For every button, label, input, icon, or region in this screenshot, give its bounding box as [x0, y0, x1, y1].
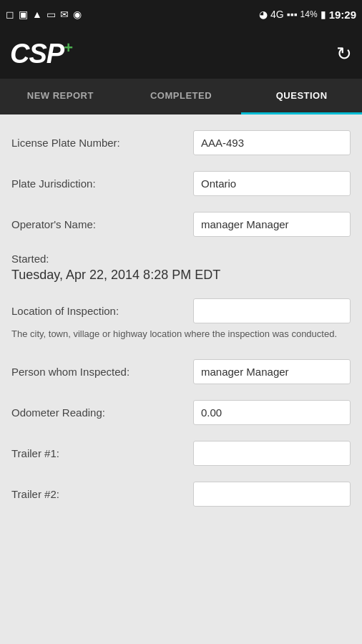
location-row: Location of Inspection: — [11, 298, 351, 323]
license-plate-label: License Plate Number: — [11, 137, 120, 149]
odometer-input[interactable] — [193, 400, 351, 425]
logo-plus: + — [64, 39, 72, 57]
operator-name-label: Operator's Name: — [11, 218, 96, 230]
started-value: Tuesday, Apr 22, 2014 8:28 PM EDT — [11, 268, 351, 283]
operator-name-input[interactable] — [193, 212, 351, 237]
started-section: Started: Tuesday, Apr 22, 2014 8:28 PM E… — [0, 245, 362, 291]
operator-name-row: Operator's Name: — [0, 205, 362, 244]
trailer2-row: Trailer #2: — [0, 474, 362, 514]
app-header: CSP+ ↻ — [0, 29, 362, 79]
tab-completed[interactable]: COMPLETED — [121, 79, 242, 114]
signal-icon: ▪▪▪ — [287, 9, 298, 20]
refresh-button[interactable]: ↻ — [336, 43, 352, 65]
battery-low-icon: ▭ — [47, 9, 56, 20]
status-left-icons: ◻ ▣ ▲ ▭ ✉ ◉ — [6, 9, 82, 20]
trailer2-label: Trailer #2: — [11, 488, 59, 500]
clock: 19:29 — [329, 9, 356, 21]
tab-new-report[interactable]: NEW REPORT — [0, 79, 121, 114]
odometer-label: Odometer Reading: — [11, 406, 105, 419]
trailer1-input[interactable] — [193, 441, 351, 466]
battery-icon: ▮ — [321, 9, 326, 20]
main-content: License Plate Number: Plate Jurisdiction… — [0, 114, 362, 644]
trailer2-input[interactable] — [193, 482, 351, 507]
person-inspected-label: Person whom Inspected: — [11, 366, 129, 378]
plate-jurisdiction-label: Plate Jurisdiction: — [11, 177, 96, 190]
network-type: 4G — [270, 9, 284, 20]
plate-jurisdiction-input[interactable] — [193, 171, 351, 196]
minus-icon: ◉ — [73, 9, 82, 20]
tab-question[interactable]: QUESTION — [241, 79, 362, 114]
person-inspected-row: Person whom Inspected: — [0, 352, 362, 391]
mail-icon: ✉ — [60, 9, 69, 20]
logo-text: CSP — [10, 39, 64, 69]
license-plate-input[interactable] — [193, 130, 351, 155]
trailer1-label: Trailer #1: — [11, 447, 59, 459]
status-right-info: ◕ 4G ▪▪▪ 14% ▮ 19:29 — [259, 9, 356, 21]
network-icon: ◕ — [259, 9, 268, 20]
tab-bar: NEW REPORT COMPLETED QUESTION — [0, 79, 362, 114]
trailer1-row: Trailer #1: — [0, 434, 362, 473]
person-inspected-input[interactable] — [193, 359, 351, 384]
location-section: Location of Inspection: The city, town, … — [0, 293, 362, 351]
battery-percent: 14% — [300, 9, 318, 19]
android-icon: ◻ — [6, 9, 14, 20]
license-plate-row: License Plate Number: — [0, 123, 362, 162]
location-label: Location of Inspection: — [11, 305, 119, 317]
started-label: Started: — [11, 253, 351, 265]
odometer-row: Odometer Reading: — [0, 393, 362, 432]
location-hint: The city, town, village or highway locat… — [11, 328, 351, 345]
app-icon: ▲ — [32, 9, 42, 20]
app-logo: CSP+ — [10, 39, 72, 69]
plate-jurisdiction-row: Plate Jurisdiction: — [0, 164, 362, 203]
location-input[interactable] — [193, 298, 351, 323]
bbm-icon: ▣ — [19, 9, 28, 20]
status-bar: ◻ ▣ ▲ ▭ ✉ ◉ ◕ 4G ▪▪▪ 14% ▮ 19:29 — [0, 0, 362, 29]
